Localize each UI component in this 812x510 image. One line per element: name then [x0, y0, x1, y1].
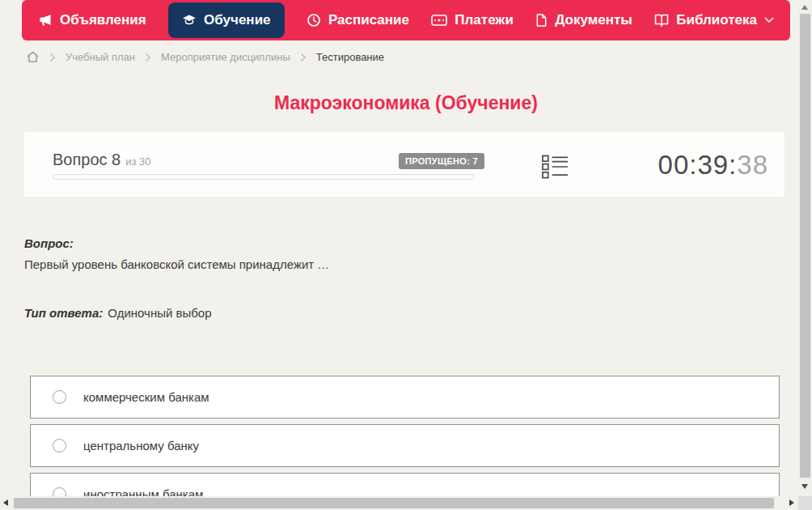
answer-option-2[interactable]: центральному банку — [30, 424, 780, 467]
scroll-down-arrow-icon[interactable] — [801, 484, 808, 489]
banknote-icon — [431, 15, 447, 26]
chevron-down-icon — [764, 17, 774, 23]
timer-hours-minutes: 00:39: — [658, 150, 738, 180]
quiz-progress-bar — [53, 174, 475, 180]
answer-type-label: Тип ответа: — [24, 306, 103, 320]
question-list-button[interactable] — [542, 155, 569, 182]
top-navigation-bar: Объявления Обучение Расписание Платежи Д — [22, 0, 790, 40]
scroll-left-arrow-icon[interactable] — [3, 499, 8, 506]
nav-item-payments[interactable]: Платежи — [431, 2, 514, 38]
question-counter: Вопрос 8из 30 — [53, 151, 151, 169]
clock-icon — [307, 13, 321, 28]
document-icon — [535, 13, 548, 28]
scrollbar-corner — [798, 496, 812, 510]
nav-item-label: Библиотека — [676, 12, 757, 28]
breadcrumb-separator-icon — [145, 53, 151, 62]
graduation-cap-icon — [182, 13, 197, 28]
nav-item-schedule[interactable]: Расписание — [307, 2, 409, 38]
timer-seconds: 38 — [737, 150, 768, 180]
radio-button[interactable] — [53, 439, 66, 453]
scroll-right-arrow-icon[interactable] — [789, 499, 794, 506]
horizontal-scrollbar-thumb[interactable] — [14, 498, 774, 508]
breadcrumb-discipline-event[interactable]: Мероприятие дисциплины — [161, 51, 290, 63]
nav-item-label: Документы — [555, 12, 632, 28]
question-number: Вопрос 8 — [53, 151, 121, 168]
answer-type-line: Тип ответа:Одиночный выбор — [24, 306, 212, 320]
question-heading: Вопрос: — [24, 236, 74, 250]
breadcrumb-curriculum[interactable]: Учебный план — [66, 51, 135, 63]
vertical-scrollbar-thumb[interactable] — [800, 14, 810, 478]
nav-item-label: Обучение — [204, 12, 270, 28]
breadcrumb-testing: Тестирование — [316, 51, 384, 63]
answer-option-1[interactable]: коммерческим банкам — [30, 376, 780, 419]
megaphone-icon — [38, 13, 53, 28]
question-list-icon — [542, 168, 569, 181]
nav-item-label: Объявления — [60, 12, 146, 28]
nav-item-label: Расписание — [328, 12, 409, 28]
nav-item-label: Платежи — [455, 12, 514, 28]
breadcrumb-separator-icon — [49, 53, 56, 62]
quiz-timer: 00:39:38 — [658, 150, 768, 181]
nav-item-library[interactable]: Библиотека — [654, 2, 774, 38]
question-text: Первый уровень банковской системы принад… — [24, 257, 329, 271]
breadcrumb-separator-icon — [300, 53, 307, 62]
nav-item-documents[interactable]: Документы — [535, 2, 632, 38]
question-header-card: Вопрос 8из 30 ПРОПУЩЕНО: 7 00:39:38 — [24, 132, 785, 197]
nav-item-announcements[interactable]: Объявления — [38, 2, 146, 38]
nav-item-training[interactable]: Обучение — [168, 2, 284, 38]
skipped-badge: ПРОПУЩЕНО: 7 — [399, 153, 484, 169]
answer-option-label: центральному банку — [83, 439, 199, 453]
top-navigation-items: Объявления Обучение Расписание Платежи Д — [22, 0, 790, 40]
vertical-scrollbar[interactable] — [798, 0, 812, 496]
page-title: Макроэкономика (Обучение) — [0, 92, 812, 114]
radio-button[interactable] — [53, 390, 66, 404]
scroll-up-arrow-icon[interactable] — [801, 5, 808, 10]
breadcrumb: Учебный план Мероприятие дисциплины Тест… — [26, 50, 384, 64]
answer-type-value: Одиночный выбор — [108, 306, 211, 320]
home-icon[interactable] — [26, 50, 40, 64]
answer-option-label: коммерческим банкам — [83, 390, 209, 404]
question-total: из 30 — [125, 155, 150, 168]
book-icon — [654, 14, 669, 27]
horizontal-scrollbar[interactable] — [0, 496, 799, 510]
